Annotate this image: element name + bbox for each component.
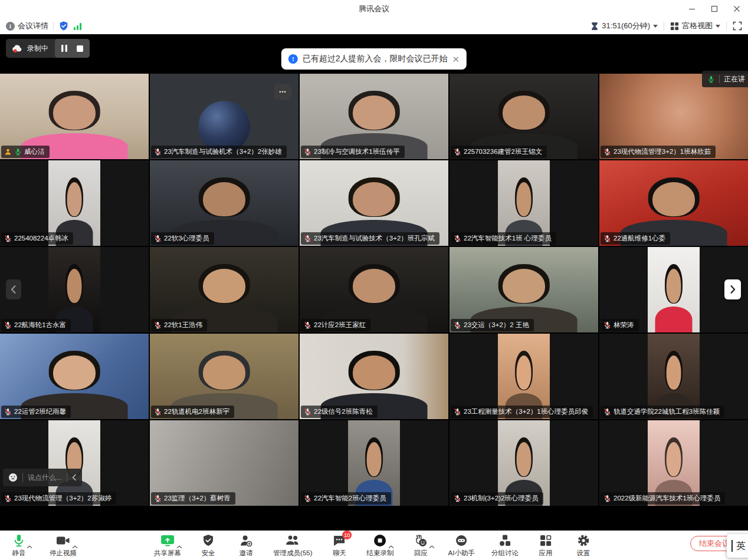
security-shield-icon[interactable] bbox=[58, 21, 69, 31]
participant-name: 2022级新能源汽车技术1班心理委员 bbox=[614, 494, 720, 503]
participant-tile[interactable]: 22汽车智能技术1班 心理委员 bbox=[450, 160, 598, 246]
participant-name: 23现代物流管理3+2）1班林欣茹 bbox=[614, 147, 711, 156]
chevron-up-icon[interactable] bbox=[27, 541, 32, 551]
video-grid: 威心洁•••23汽车制造与试验机术（3+2）2张妙雄23制冷与空调技术1班伍传平… bbox=[0, 74, 748, 506]
participant-tile[interactable]: 22航海轮1古永富 bbox=[0, 247, 149, 332]
meeting-details-label: 会议详情 bbox=[18, 21, 48, 31]
chevron-up-icon[interactable] bbox=[72, 541, 78, 551]
breakout-rooms-button[interactable]: 分组讨论 bbox=[491, 533, 519, 558]
participant-tile[interactable]: 22级信号2班陈青松 bbox=[300, 334, 448, 419]
participant-name-label: 22轨道机电2班林新宇 bbox=[151, 406, 234, 418]
participant-tile[interactable]: 23机制(3+2)2班心理委员 bbox=[450, 420, 598, 506]
chat-input-placeholder[interactable]: 说点什么... bbox=[28, 473, 62, 483]
window-title: 腾讯会议 bbox=[359, 4, 389, 14]
participant-tile[interactable]: 威心洁 bbox=[0, 74, 149, 159]
breakout-rooms-icon bbox=[498, 534, 511, 547]
participant-tile[interactable]: 22汽车智能2班心理委员 bbox=[300, 420, 448, 506]
participant-tile[interactable]: 22通航维修1心委 bbox=[599, 160, 748, 246]
participant-tile[interactable]: •••23汽车制造与试验机术（3+2）2张妙雄 bbox=[150, 74, 298, 159]
next-page-button[interactable] bbox=[724, 279, 741, 299]
mute-button[interactable]: 静音 bbox=[8, 533, 29, 558]
participant-name: 22汽车智能2班心理委员 bbox=[314, 494, 386, 503]
invite-button[interactable]: 管理成员(55) 邀请 bbox=[235, 533, 257, 558]
participant-tile[interactable]: 22轨道机电2班林新宇 bbox=[150, 334, 298, 419]
participant-tile[interactable]: 23监理（3+2）蔡树青 bbox=[150, 420, 298, 506]
participant-name: 威心洁 bbox=[24, 147, 45, 156]
mini-chat-bar[interactable]: 说点什么... bbox=[3, 469, 82, 486]
mic-muted-icon bbox=[603, 495, 611, 502]
share-screen-button[interactable]: 共享屏幕 bbox=[154, 533, 181, 558]
mic-muted-icon bbox=[603, 321, 611, 329]
view-mode-button[interactable]: 宫格视图 bbox=[670, 21, 720, 31]
reactions-label: 回应 bbox=[414, 549, 428, 558]
security-button[interactable]: 安全 bbox=[198, 533, 219, 558]
meeting-timer[interactable]: 31:51(60分钟) bbox=[590, 21, 658, 31]
participant-name: 23汽车制造与试验技术（3+2）班孔宗斌 bbox=[314, 234, 435, 243]
participant-name-label: 23机制(3+2)2班心理委员 bbox=[451, 492, 543, 505]
mic-muted-icon bbox=[4, 408, 12, 416]
participant-tile[interactable]: 23制冷与空调技术1班伍传平 bbox=[300, 74, 448, 159]
participant-tile[interactable]: 轨道交通学院22城轨工程3班陈佳颖 bbox=[599, 334, 748, 419]
participant-name-label: 22汽车智能技术1班 心理委员 bbox=[451, 232, 556, 245]
participant-tile[interactable]: 2022级新能源汽车技术1班心理委员 bbox=[599, 420, 748, 506]
chat-button[interactable]: 10 聊天 bbox=[329, 533, 350, 558]
participant-name-label: 22运管2班纪雨馨 bbox=[1, 406, 71, 418]
stop-record-button[interactable]: 结束录制 bbox=[367, 533, 394, 558]
mic-muted-icon bbox=[154, 321, 162, 329]
minimize-button[interactable] bbox=[681, 0, 703, 18]
chevron-down-icon bbox=[716, 25, 720, 28]
settings-button[interactable]: 设置 bbox=[573, 533, 594, 558]
participant-name-label: 22软3心理委员 bbox=[151, 232, 214, 245]
participant-name-label: 23现代物流管理（3+2）2苏淑婷 bbox=[1, 492, 116, 505]
participant-tile[interactable]: 22计应2班王家红 bbox=[300, 247, 448, 332]
stop-recording-button[interactable] bbox=[76, 45, 84, 52]
chevron-up-icon[interactable] bbox=[389, 541, 395, 551]
participant-name: 22软3心理委员 bbox=[164, 234, 209, 243]
participant-name-label: 轨道交通学院22城轨工程3班陈佳颖 bbox=[601, 406, 724, 418]
banner-close-icon[interactable]: ✕ bbox=[452, 55, 460, 64]
mic-muted-icon bbox=[454, 495, 461, 502]
participant-tile[interactable]: 23汽车制造与试验技术（3+2）班孔宗斌 bbox=[300, 160, 448, 246]
apps-button[interactable]: 应用 bbox=[535, 533, 556, 558]
mic-on-icon bbox=[707, 75, 715, 83]
close-button[interactable] bbox=[726, 0, 748, 18]
participant-name-label: 23汽车制造与试验技术（3+2）班孔宗斌 bbox=[301, 232, 439, 245]
microphone-icon bbox=[13, 534, 25, 547]
emoji-icon[interactable] bbox=[8, 473, 18, 482]
maximize-button[interactable] bbox=[703, 0, 726, 18]
participant-tile[interactable]: 23现代物流管理（3+2）2苏淑婷 bbox=[0, 420, 149, 506]
participant-tile[interactable]: 23工程测量技术（3+2）1班心理委员邱俊 bbox=[450, 334, 598, 419]
recording-indicator: 录制中 bbox=[6, 39, 90, 58]
ai-assistant-button[interactable]: AI小助手 bbox=[448, 533, 475, 558]
participant-name-label: 23制冷与空调技术1班伍传平 bbox=[301, 146, 405, 158]
participant-name-label: 225703236建管2班王锦文 bbox=[451, 146, 547, 158]
participant-tile[interactable]: 225703236建管2班王锦文 bbox=[450, 74, 598, 159]
manage-members-button[interactable]: 管理成员(55) bbox=[273, 533, 312, 558]
meeting-details-button[interactable]: i 会议详情 bbox=[6, 21, 48, 31]
participant-name-label: 23现代物流管理3+2）1班林欣茹 bbox=[601, 146, 716, 158]
participant-tile[interactable]: 22软1王浩伟 bbox=[150, 247, 298, 332]
participant-tile[interactable]: 23交运（3+2）2 王艳 bbox=[450, 247, 598, 332]
mic-muted-icon bbox=[454, 321, 461, 329]
previous-page-button[interactable] bbox=[6, 279, 21, 299]
participant-name: 23汽车制造与试验机术（3+2）2张妙雄 bbox=[164, 147, 282, 156]
pause-recording-button[interactable] bbox=[61, 44, 68, 52]
mic-muted-icon bbox=[454, 408, 461, 416]
chevron-up-icon[interactable] bbox=[429, 541, 435, 551]
cloud-record-icon bbox=[12, 44, 23, 53]
stop-video-button[interactable]: 停止视频 bbox=[50, 533, 77, 558]
chevron-up-icon[interactable] bbox=[176, 541, 182, 551]
reactions-button[interactable]: 回应 bbox=[411, 533, 432, 558]
participant-tile[interactable]: 225408224卓韩冰 bbox=[0, 160, 149, 246]
grid-view-icon bbox=[670, 22, 679, 31]
participant-tile[interactable]: 22运管2班纪雨馨 bbox=[0, 334, 149, 419]
network-signal-icon[interactable] bbox=[74, 22, 81, 30]
share-screen-icon bbox=[160, 535, 175, 546]
minimize-icon bbox=[688, 5, 695, 12]
reaction-hand-icon bbox=[415, 534, 428, 547]
mic-on-icon bbox=[14, 148, 22, 156]
participant-tile[interactable]: 22软3心理委员 bbox=[150, 160, 298, 246]
tile-more-button[interactable]: ••• bbox=[274, 84, 291, 100]
fullscreen-icon[interactable] bbox=[733, 21, 742, 31]
collapse-chevron-left-icon[interactable] bbox=[72, 474, 77, 481]
